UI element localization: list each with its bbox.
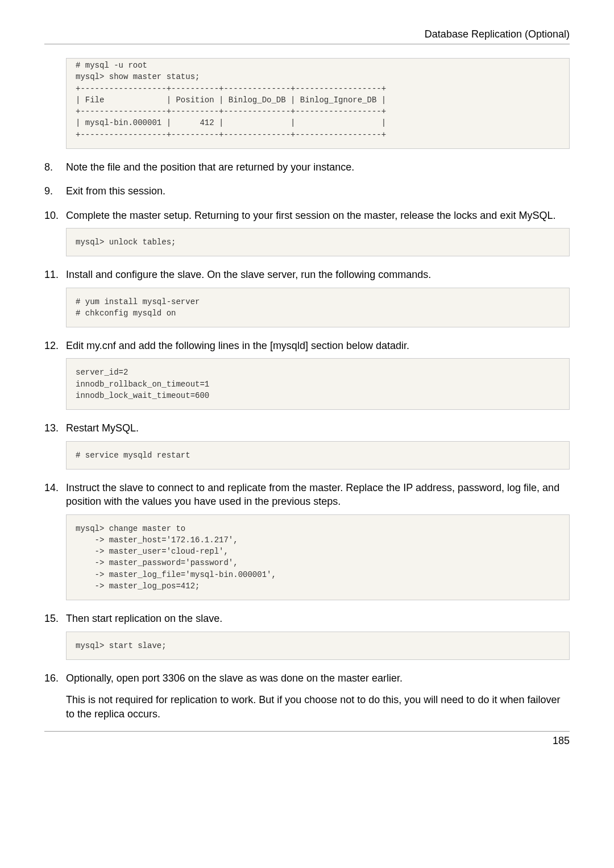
step-15: Then start replication on the slave. mys… (44, 612, 570, 660)
step-11-text: Install and configure the slave. On the … (66, 268, 570, 281)
step-10-text: Complete the master setup. Returning to … (66, 209, 570, 222)
code-block-restart-mysql: # service mysqld restart (66, 441, 570, 470)
code-block-mycnf: server_id=2 innodb_rollback_on_timeout=1… (66, 358, 570, 410)
steps-list: Note the file and the position that are … (44, 160, 570, 721)
page-header: Database Replication (Optional) (44, 28, 570, 44)
step-13: Restart MySQL. # service mysqld restart (44, 421, 570, 470)
step-16-subtext: This is not required for replication to … (66, 693, 570, 721)
step-13-text: Restart MySQL. (66, 421, 570, 435)
step-8-text: Note the file and the position that are … (66, 160, 570, 174)
code-block-unlock-tables: mysql> unlock tables; (66, 228, 570, 256)
step-16: Optionally, open port 3306 on the slave … (44, 671, 570, 721)
step-14-text: Instruct the slave to connect to and rep… (66, 481, 570, 509)
step-12: Edit my.cnf and add the following lines … (44, 339, 570, 410)
step-9: Exit from this session. (44, 184, 570, 198)
step-15-text: Then start replication on the slave. (66, 612, 570, 625)
step-10: Complete the master setup. Returning to … (44, 209, 570, 257)
step-16-text: Optionally, open port 3306 on the slave … (66, 671, 570, 685)
header-title: Database Replication (Optional) (44, 28, 570, 40)
step-9-text: Exit from this session. (66, 184, 570, 198)
code-block-show-master-status: # mysql -u root mysql> show master statu… (66, 58, 570, 149)
step-12-text: Edit my.cnf and add the following lines … (66, 339, 570, 352)
step-14: Instruct the slave to connect to and rep… (44, 481, 570, 600)
page-number: 185 (553, 735, 570, 746)
step-11: Install and configure the slave. On the … (44, 268, 570, 327)
code-block-start-slave: mysql> start slave; (66, 632, 570, 660)
code-block-change-master: mysql> change master to -> master_host='… (66, 514, 570, 601)
page-footer: 185 (44, 731, 570, 747)
step-8: Note the file and the position that are … (44, 160, 570, 174)
code-block-install-slave: # yum install mysql-server # chkconfig m… (66, 288, 570, 328)
